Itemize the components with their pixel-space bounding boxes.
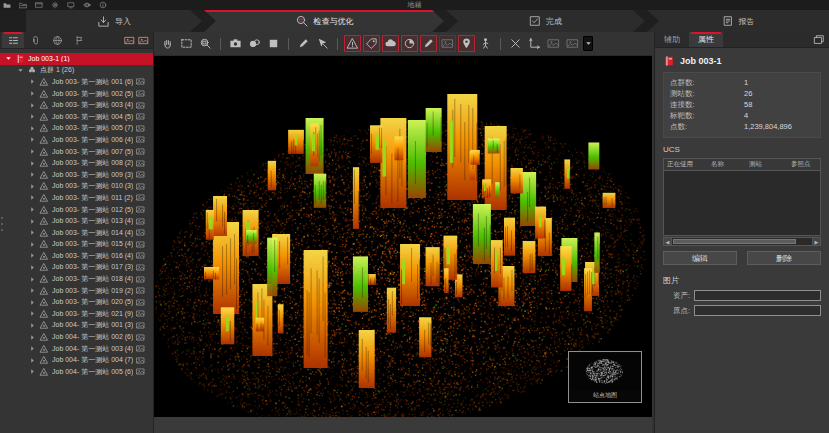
point-cloud-icon[interactable] <box>382 35 399 52</box>
tree-station-item[interactable]: Job 004- 第一测站 003 (4) <box>0 343 153 355</box>
station-image-icon[interactable] <box>136 251 145 260</box>
tree-station-item[interactable]: Job 004- 第一测站 004 (7) <box>0 354 153 366</box>
tree-group-pointcloud[interactable]: 点群 1 (26) <box>0 65 153 77</box>
workflow-step-import[interactable]: 导入 <box>26 10 202 32</box>
tree-station-item[interactable]: Job 003- 第一测站 015 (4) <box>0 239 153 251</box>
folder-open-icon[interactable] <box>19 1 27 9</box>
caret-right-icon[interactable] <box>28 252 36 259</box>
workflow-step-inspect-optimize[interactable]: 检查与优化 <box>204 10 444 32</box>
orbit-icon[interactable] <box>83 1 91 9</box>
minimap[interactable]: 站点地图 <box>568 351 642 403</box>
tree-station-item[interactable]: Job 003- 第一测站 012 (5) <box>0 204 153 216</box>
measure-pencil-icon[interactable] <box>420 35 437 52</box>
images-toggle-icon[interactable] <box>124 35 135 46</box>
tab-attachments[interactable] <box>24 32 46 48</box>
caret-right-icon[interactable] <box>28 229 36 236</box>
caret-right-icon[interactable] <box>28 276 36 283</box>
station-image-icon[interactable] <box>136 124 145 133</box>
caret-right-icon[interactable] <box>28 322 36 329</box>
tree-station-item[interactable]: Job 004- 第一测站 005 (6) <box>0 366 153 378</box>
caret-right-icon[interactable] <box>28 194 36 201</box>
caret-right-icon[interactable] <box>28 218 36 225</box>
edit-button[interactable]: 编辑 <box>663 251 737 265</box>
walkthrough-person-icon[interactable] <box>477 35 494 52</box>
station-image-icon[interactable] <box>136 367 145 376</box>
station-image-icon[interactable] <box>136 170 145 179</box>
ucs-table-body[interactable] <box>664 171 820 235</box>
station-image-icon[interactable] <box>136 356 145 365</box>
image-view-icon[interactable] <box>545 35 562 52</box>
screenshot-icon[interactable] <box>564 35 581 52</box>
tree-station-item[interactable]: Job 003- 第一测站 011 (2) <box>0 192 153 204</box>
station-image-icon[interactable] <box>136 333 145 342</box>
sphere-target-icon[interactable] <box>401 35 418 52</box>
draw-pencil-icon[interactable] <box>295 35 312 52</box>
tree-station-item[interactable]: Job 003- 第一测站 009 (3) <box>0 169 153 181</box>
station-image-icon[interactable] <box>136 112 145 121</box>
tab-globe[interactable] <box>46 32 68 48</box>
tab-auxiliary[interactable]: 辅助 <box>655 32 689 47</box>
caret-right-icon[interactable] <box>28 148 36 155</box>
caret-right-icon[interactable] <box>28 264 36 271</box>
station-image-icon[interactable] <box>136 240 145 249</box>
caret-right-icon[interactable] <box>28 171 36 178</box>
station-image-icon[interactable] <box>136 182 145 191</box>
tree-station-item[interactable]: Job 003- 第一测站 001 (6) <box>0 76 153 88</box>
info-icon[interactable] <box>99 1 107 9</box>
caret-down-icon[interactable] <box>16 67 24 74</box>
scrollbar-thumb[interactable] <box>673 239 796 244</box>
tree-station-item[interactable]: Job 003- 第一测站 010 (3) <box>0 181 153 193</box>
station-image-icon[interactable] <box>136 228 145 237</box>
station-image-icon[interactable] <box>136 275 145 284</box>
tree-station-item[interactable]: Job 004- 第一测站 002 (6) <box>0 331 153 343</box>
window-icon[interactable] <box>35 1 43 9</box>
axis-ucs-icon[interactable] <box>526 35 543 52</box>
issues-warning-icon[interactable] <box>344 35 361 52</box>
tab-markers[interactable] <box>68 32 90 48</box>
station-image-icon[interactable] <box>136 263 145 272</box>
images-toggle-off-icon[interactable] <box>138 35 149 46</box>
caret-down-icon[interactable] <box>4 55 12 62</box>
caret-right-icon[interactable] <box>28 287 36 294</box>
tag-annotation-icon[interactable] <box>363 35 380 52</box>
caret-right-icon[interactable] <box>28 113 36 120</box>
more-dropdown-icon[interactable] <box>583 36 593 51</box>
tab-properties[interactable]: 属性 <box>689 32 723 47</box>
station-image-icon[interactable] <box>136 77 145 86</box>
gear-icon[interactable] <box>51 1 59 9</box>
caret-right-icon[interactable] <box>28 90 36 97</box>
tree-station-item[interactable]: Job 003- 第一测站 020 (5) <box>0 296 153 308</box>
tree-station-item[interactable]: Job 003- 第一测站 005 (7) <box>0 123 153 135</box>
location-pin-icon[interactable] <box>458 35 475 52</box>
tree-root-job[interactable]: Job 003-1 (1) <box>0 53 153 65</box>
caret-right-icon[interactable] <box>28 102 36 109</box>
asset-input[interactable] <box>694 290 821 301</box>
station-image-icon[interactable] <box>136 286 145 295</box>
device-icon[interactable] <box>67 1 75 9</box>
station-image-icon[interactable] <box>136 217 145 226</box>
tree-station-item[interactable]: Job 003- 第一测站 004 (5) <box>0 111 153 123</box>
window-select-icon[interactable] <box>178 35 195 52</box>
tree-station-item[interactable]: Job 003- 第一测站 006 (4) <box>0 134 153 146</box>
workflow-step-complete[interactable]: 完成 <box>446 10 645 32</box>
caret-right-icon[interactable] <box>28 125 36 132</box>
cube-view-icon[interactable] <box>265 35 282 52</box>
viewport-3d[interactable]: 站点地图 <box>154 56 652 417</box>
caret-right-icon[interactable] <box>28 78 36 85</box>
scroll-right-icon[interactable]: ▶ <box>812 237 821 246</box>
caret-right-icon[interactable] <box>28 357 36 364</box>
caret-right-icon[interactable] <box>28 241 36 248</box>
tree-station-item[interactable]: Job 003- 第一测站 014 (4) <box>0 227 153 239</box>
station-image-icon[interactable] <box>136 205 145 214</box>
caret-right-icon[interactable] <box>28 160 36 167</box>
caret-right-icon[interactable] <box>28 206 36 213</box>
caret-right-icon[interactable] <box>28 345 36 352</box>
tree-station-item[interactable]: Job 003- 第一测站 002 (5) <box>0 88 153 100</box>
zoom-window-icon[interactable] <box>197 35 214 52</box>
caret-right-icon[interactable] <box>28 183 36 190</box>
tree-station-item[interactable]: Job 003- 第一测站 008 (2) <box>0 157 153 169</box>
station-image-icon[interactable] <box>136 193 145 202</box>
pick-point-icon[interactable] <box>314 35 331 52</box>
scroll-left-icon[interactable]: ◀ <box>663 237 672 246</box>
image-marker-icon[interactable] <box>439 35 456 52</box>
